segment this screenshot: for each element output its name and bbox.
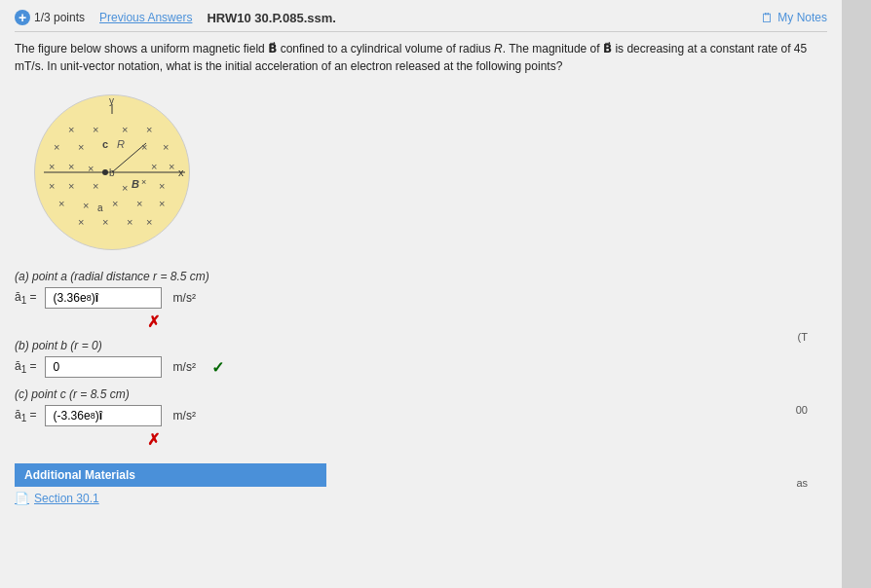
part-b-eq: ā1 = — [15, 359, 37, 375]
svg-text:×: × — [68, 180, 74, 192]
part-a-units: m/s² — [173, 291, 196, 305]
my-notes-label: My Notes — [777, 11, 827, 24]
problem-id: HRW10 30.P.085.ssm. — [207, 11, 746, 25]
my-notes-button[interactable]: 🗒 My Notes — [761, 11, 827, 25]
section-link[interactable]: 📄 Section 30.1 — [15, 492, 827, 505]
right-label-b: 00 — [796, 404, 808, 416]
diagram-area: × × × × × × c R × × × × × b — [15, 85, 827, 260]
part-c-answer-row: ā1 = (-3.36e8)î m/s² — [15, 405, 827, 426]
svg-text:×: × — [159, 180, 165, 192]
svg-text:×: × — [122, 182, 128, 194]
svg-text:×: × — [112, 198, 118, 209]
part-c: (c) point c (r = 8.5 cm) ā1 = (-3.36e8)î… — [15, 387, 827, 449]
part-c-answer-box[interactable]: (-3.36e8)î — [45, 405, 162, 426]
svg-text:×: × — [159, 198, 165, 209]
svg-text:×: × — [68, 124, 74, 135]
svg-text:B: B — [132, 178, 139, 190]
additional-materials-header: Additional Materials — [15, 463, 326, 487]
additional-materials-label: Additional Materials — [24, 468, 135, 482]
part-c-label: (c) point c (r = 8.5 cm) — [15, 387, 827, 401]
svg-text:×: × — [136, 198, 142, 209]
right-label-c: as — [796, 477, 808, 489]
svg-text:×: × — [78, 216, 84, 228]
svg-text:×: × — [151, 161, 157, 172]
svg-text:×: × — [58, 198, 64, 209]
doc-icon: 📄 — [15, 492, 29, 505]
points-text: 1/3 points — [34, 11, 85, 24]
svg-text:×: × — [141, 177, 146, 187]
svg-text:×: × — [127, 216, 133, 228]
right-panel — [842, 0, 871, 588]
part-c-mark: ✗ — [147, 430, 827, 449]
part-a-label: (a) point a (radial distance r = 8.5 cm) — [15, 270, 827, 283]
part-b-label: (b) point b (r = 0) — [15, 339, 827, 352]
svg-text:c: c — [102, 138, 108, 150]
part-a-eq: ā1 = — [15, 290, 37, 306]
problem-text: The figure below shows a uniform magneti… — [15, 40, 827, 75]
part-b-answer-box[interactable]: 0 — [45, 356, 162, 378]
right-label-a: (T — [798, 331, 808, 343]
part-b-check: ✓ — [211, 358, 224, 377]
svg-text:y: y — [109, 95, 114, 106]
svg-text:×: × — [122, 124, 128, 135]
svg-text:×: × — [49, 161, 55, 172]
svg-text:a: a — [97, 202, 103, 213]
part-b: (b) point b (r = 0) ā1 = 0 m/s² ✓ — [15, 339, 827, 378]
svg-text:×: × — [169, 161, 174, 172]
part-b-units: m/s² — [173, 360, 196, 374]
svg-text:×: × — [68, 161, 74, 172]
svg-text:×: × — [102, 216, 108, 228]
previous-answers-link[interactable]: Previous Answers — [99, 11, 192, 24]
part-a-answer-row: ā1 = (3.36e8)î m/s² — [15, 287, 827, 309]
note-icon: 🗒 — [761, 11, 774, 25]
diagram-svg: × × × × × × c R × × × × × b — [15, 85, 209, 260]
diagram-circle: × × × × × × c R × × × × × b — [15, 85, 209, 260]
svg-text:×: × — [49, 180, 55, 192]
section-link-text: Section 30.1 — [34, 492, 99, 505]
svg-text:×: × — [78, 141, 84, 153]
svg-text:R: R — [117, 138, 125, 150]
part-a-answer-box[interactable]: (3.36e8)î — [45, 287, 162, 309]
svg-text:×: × — [146, 216, 152, 228]
svg-text:×: × — [163, 141, 169, 153]
svg-text:×: × — [93, 124, 98, 135]
svg-text:x: x — [178, 166, 184, 178]
svg-text:×: × — [93, 180, 98, 192]
parts-section: (a) point a (radial distance r = 8.5 cm)… — [15, 270, 827, 449]
part-b-answer-row: ā1 = 0 m/s² ✓ — [15, 356, 827, 378]
part-c-eq: ā1 = — [15, 408, 37, 423]
problem-header: + 1/3 points Previous Answers HRW10 30.P… — [15, 10, 827, 32]
svg-text:×: × — [146, 124, 152, 135]
part-a: (a) point a (radial distance r = 8.5 cm)… — [15, 270, 827, 331]
plus-icon: + — [15, 10, 30, 25]
part-c-units: m/s² — [173, 409, 196, 423]
svg-text:×: × — [54, 141, 59, 153]
svg-text:×: × — [83, 200, 89, 211]
points-badge: + 1/3 points — [15, 10, 85, 25]
part-a-mark: ✗ — [147, 312, 827, 331]
